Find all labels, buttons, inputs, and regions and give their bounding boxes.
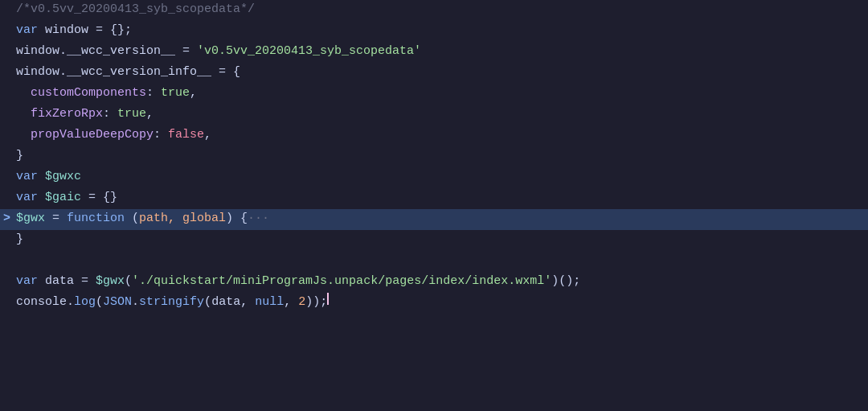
token-punct: = bbox=[182, 42, 197, 61]
code-line: console.log(JSON.stringify(data, null, 2… bbox=[0, 293, 868, 314]
comment-text: /*v0.5vv_20200413_syb_scopedata*/ bbox=[16, 0, 255, 19]
token-ident-teal: $gaic bbox=[38, 188, 81, 208]
token-punct: = bbox=[45, 209, 67, 228]
token-punct: )(); bbox=[551, 272, 580, 291]
code-line: var $gaic = {} bbox=[0, 188, 868, 209]
code-line: $gwx = function (path, global) {··· bbox=[0, 209, 868, 230]
token-punct: = bbox=[81, 272, 96, 291]
code-line: customComponents: true, bbox=[0, 84, 868, 105]
token-ident: window.__wcc_version_info__ bbox=[16, 63, 219, 82]
token-ident-blue: JSON bbox=[103, 293, 132, 312]
token-punct: : bbox=[103, 105, 117, 124]
token-method: log bbox=[74, 293, 96, 312]
token-punct: } bbox=[16, 146, 23, 166]
token-number: 2 bbox=[298, 293, 305, 312]
token-param: path, global bbox=[139, 209, 226, 228]
token-punct: , bbox=[284, 293, 298, 312]
token-str: 'v0.5vv_20200413_syb_scopedata' bbox=[197, 42, 421, 61]
token-kw: null bbox=[255, 293, 284, 312]
token-bool-true: true bbox=[161, 84, 190, 103]
token-punct: ( bbox=[96, 293, 103, 312]
token-ident-teal: $gwx bbox=[16, 209, 45, 228]
code-line: } bbox=[0, 146, 868, 167]
code-line: propValueDeepCopy: false, bbox=[0, 125, 868, 146]
token-punct: = {}; bbox=[96, 21, 132, 40]
token-kw: var bbox=[16, 188, 38, 208]
token-str: './quickstart/miniProgramJs.unpack/pages… bbox=[132, 272, 551, 291]
token-punct: , bbox=[204, 125, 211, 145]
token-prop: fixZeroRpx bbox=[31, 105, 103, 124]
token-prop: propValueDeepCopy bbox=[31, 125, 154, 145]
token-punct: . bbox=[67, 293, 74, 312]
token-ident: window.__wcc_version__ bbox=[16, 42, 182, 61]
token-punct: = {} bbox=[81, 188, 117, 208]
token-punct: . bbox=[132, 293, 139, 312]
token-method: stringify bbox=[139, 293, 204, 312]
token-punct: ( bbox=[125, 272, 132, 291]
code-line: var $gwxc bbox=[0, 167, 868, 188]
token-kw: var bbox=[16, 167, 38, 187]
code-line: /*v0.5vv_20200413_syb_scopedata*/ bbox=[0, 0, 868, 21]
token-bool-true: true bbox=[117, 105, 146, 124]
token-kw: function bbox=[67, 209, 125, 228]
code-line: var data = $gwx('./quickstart/miniProgra… bbox=[0, 272, 868, 293]
token-comment: ··· bbox=[248, 209, 269, 228]
code-line: window.__wcc_version_info__ = { bbox=[0, 63, 868, 84]
token-punct: , bbox=[240, 293, 255, 312]
token-ident-teal: $gwxc bbox=[38, 167, 81, 187]
token-punct: , bbox=[146, 105, 154, 124]
code-line: var window = {}; bbox=[0, 21, 868, 42]
token-ident-teal: $gwx bbox=[96, 272, 125, 291]
token-punct: } bbox=[16, 230, 23, 249]
token-kw: var bbox=[16, 272, 38, 291]
token-ident: data bbox=[211, 293, 240, 312]
token-ident: window bbox=[38, 21, 96, 40]
text-cursor bbox=[327, 293, 329, 305]
token-punct: ( bbox=[204, 293, 211, 312]
token-prop: customComponents bbox=[31, 84, 146, 103]
code-line: window.__wcc_version__ = 'v0.5vv_2020041… bbox=[0, 42, 868, 63]
token-bool-false: false bbox=[168, 125, 204, 145]
token-punct: ) { bbox=[226, 209, 248, 228]
token-punct: = { bbox=[219, 63, 240, 82]
code-editor: /*v0.5vv_20200413_syb_scopedata*/var win… bbox=[0, 0, 868, 411]
token-punct: : bbox=[154, 125, 168, 145]
token-ident: data bbox=[38, 272, 81, 291]
token-kw: var bbox=[16, 21, 38, 40]
token-punct: )); bbox=[305, 293, 327, 312]
code-line: } bbox=[0, 230, 868, 251]
code-line: fixZeroRpx: true, bbox=[0, 105, 868, 125]
token-punct: ( bbox=[125, 209, 139, 228]
token-punct: , bbox=[190, 84, 197, 103]
token-punct: : bbox=[146, 84, 161, 103]
token-ident: console bbox=[16, 293, 67, 312]
empty-line bbox=[0, 251, 868, 272]
